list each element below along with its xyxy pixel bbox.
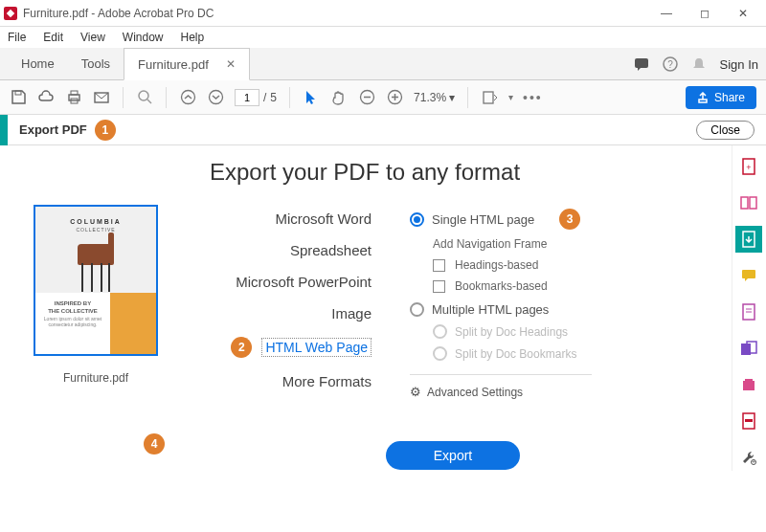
share-button[interactable]: Share: [686, 86, 756, 109]
advanced-settings-link[interactable]: ⚙ Advanced Settings: [410, 385, 706, 399]
checkbox-headings-based[interactable]: [433, 259, 445, 272]
radio-split-headings: [433, 324, 447, 339]
rail-compress-icon[interactable]: [735, 371, 762, 398]
svg-text:+: +: [751, 458, 755, 465]
close-panel-button[interactable]: Close: [696, 121, 755, 140]
rail-create-pdf-icon[interactable]: +: [735, 153, 762, 180]
thumbnail-filename: Furniture.pdf: [24, 371, 168, 385]
checkbox-bookmarks-based[interactable]: [433, 280, 445, 293]
document-thumbnail[interactable]: COLUMBIA COLLECTIVE INSPIRED BYTHE COLLE…: [34, 205, 158, 356]
rail-comment-icon[interactable]: [735, 262, 762, 289]
svg-rect-19: [699, 100, 707, 102]
radio-split-bookmarks-label: Split by Doc Bookmarks: [455, 347, 576, 361]
rail-edit-pdf-icon[interactable]: [735, 189, 762, 216]
gear-icon: ⚙: [410, 385, 421, 399]
cloud-icon[interactable]: [37, 89, 55, 106]
bell-icon[interactable]: [691, 56, 707, 72]
subbar-title: Export PDF: [19, 122, 87, 137]
svg-point-12: [209, 91, 222, 104]
rail-combine-icon[interactable]: [735, 335, 762, 362]
window-title: Furniture.pdf - Adobe Acrobat Pro DC: [23, 7, 647, 20]
advanced-settings-label: Advanced Settings: [427, 386, 523, 399]
svg-rect-18: [484, 92, 493, 103]
menu-view[interactable]: View: [77, 29, 109, 46]
format-html[interactable]: HTML Web Page: [261, 338, 372, 357]
mail-icon[interactable]: [93, 89, 110, 106]
annotation-badge-1: 1: [95, 120, 116, 141]
tab-close-icon[interactable]: ✕: [226, 57, 236, 71]
save-icon[interactable]: [10, 89, 27, 106]
zoom-level[interactable]: 71.3% ▾: [414, 91, 455, 104]
annotation-badge-3: 3: [559, 209, 580, 230]
format-more[interactable]: More Formats: [282, 373, 372, 389]
page-sep: /: [263, 91, 266, 104]
minimize-button[interactable]: —: [647, 0, 686, 27]
print-icon[interactable]: [65, 89, 82, 106]
tab-tools[interactable]: Tools: [68, 47, 124, 79]
chat-icon[interactable]: [634, 56, 649, 72]
tab-document-label: Furniture.pdf: [138, 57, 209, 72]
svg-text:?: ?: [667, 59, 673, 70]
menu-edit[interactable]: Edit: [39, 29, 67, 46]
svg-line-10: [147, 100, 151, 103]
page-up-icon[interactable]: [179, 89, 196, 106]
svg-rect-25: [742, 270, 755, 278]
svg-point-9: [139, 91, 148, 100]
svg-rect-33: [745, 379, 753, 382]
checkbox-bookmarks-label: Bookmarks-based: [455, 279, 548, 293]
cursor-icon[interactable]: [303, 89, 320, 106]
zoom-out-icon[interactable]: [358, 89, 375, 106]
format-spreadsheet[interactable]: Spreadsheet: [290, 242, 372, 258]
more-icon[interactable]: •••: [524, 89, 541, 106]
sign-in-link[interactable]: Sign In: [720, 57, 758, 72]
svg-rect-35: [745, 419, 753, 422]
radio-single-html[interactable]: [410, 212, 424, 227]
radio-split-bookmarks: [433, 346, 447, 361]
fit-width-icon[interactable]: [481, 89, 498, 106]
tab-document[interactable]: Furniture.pdf ✕: [124, 48, 250, 80]
format-image[interactable]: Image: [331, 305, 372, 321]
menu-window[interactable]: Window: [119, 29, 168, 46]
radio-multiple-label: Multiple HTML pages: [432, 302, 549, 317]
export-button[interactable]: Export: [386, 441, 520, 470]
radio-multiple-html[interactable]: [410, 302, 424, 317]
svg-rect-32: [743, 381, 755, 390]
rail-tools-icon[interactable]: +: [735, 444, 762, 471]
tab-home[interactable]: Home: [8, 47, 68, 79]
close-window-button[interactable]: ✕: [724, 0, 762, 27]
svg-point-11: [181, 91, 194, 104]
annotation-badge-2: 2: [231, 337, 252, 358]
radio-split-headings-label: Split by Doc Headings: [455, 325, 568, 339]
app-icon: [4, 7, 17, 20]
thumb-sublogo: COLLECTIVE: [35, 227, 156, 233]
add-nav-label: Add Navigation Frame: [433, 237, 706, 251]
checkbox-headings-label: Headings-based: [455, 258, 538, 272]
radio-single-label: Single HTML page: [432, 212, 534, 227]
menu-help[interactable]: Help: [177, 29, 209, 46]
zoom-in-icon[interactable]: [386, 89, 403, 106]
rail-organize-icon[interactable]: [735, 299, 762, 325]
rail-export-pdf-icon[interactable]: [735, 226, 762, 253]
menubar: File Edit View Window Help: [0, 27, 766, 48]
rail-redact-icon[interactable]: [735, 408, 762, 434]
thumb-logo: COLUMBIA: [35, 218, 156, 225]
svg-rect-23: [750, 197, 756, 209]
page-down-icon[interactable]: [207, 89, 224, 106]
help-icon[interactable]: ?: [663, 56, 678, 72]
menu-file[interactable]: File: [4, 29, 30, 46]
search-icon[interactable]: [136, 89, 153, 106]
annotation-badge-4: 4: [144, 433, 165, 454]
maximize-button[interactable]: ◻: [686, 0, 724, 27]
page-total: 5: [270, 91, 277, 104]
svg-rect-0: [635, 58, 648, 68]
share-button-label: Share: [714, 91, 745, 104]
format-powerpoint[interactable]: Microsoft PowerPoint: [236, 274, 372, 290]
format-word[interactable]: Microsoft Word: [275, 211, 372, 227]
svg-text:+: +: [746, 163, 751, 172]
page-current-input[interactable]: [235, 89, 259, 106]
hand-icon[interactable]: [330, 89, 348, 106]
svg-rect-22: [741, 197, 748, 209]
page-title: Export your PDF to any format: [0, 159, 730, 186]
